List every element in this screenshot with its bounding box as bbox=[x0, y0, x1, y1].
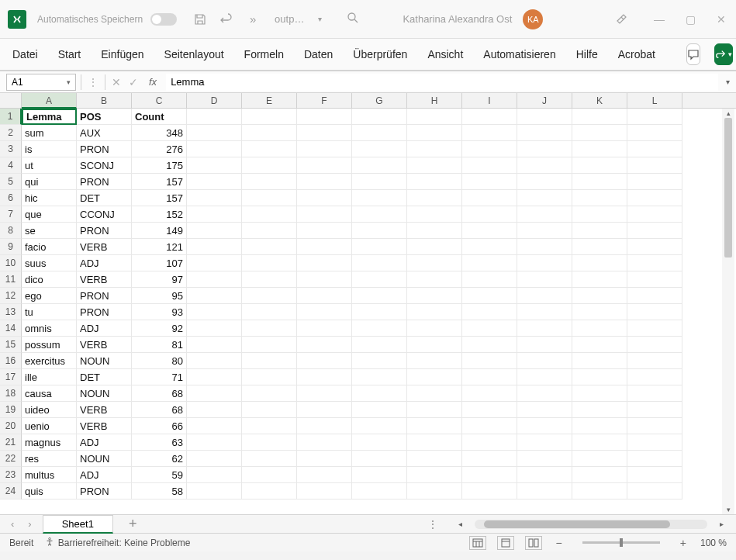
empty-cell[interactable] bbox=[352, 125, 407, 141]
empty-cell[interactable] bbox=[462, 337, 517, 353]
empty-cell[interactable] bbox=[187, 402, 242, 418]
tab-ansicht[interactable]: Ansicht bbox=[424, 43, 466, 65]
empty-cell[interactable] bbox=[242, 109, 297, 125]
empty-cell[interactable] bbox=[242, 467, 297, 483]
empty-cell[interactable] bbox=[297, 125, 352, 141]
empty-cell[interactable] bbox=[407, 353, 462, 369]
empty-cell[interactable] bbox=[517, 369, 572, 385]
empty-cell[interactable] bbox=[352, 369, 407, 385]
row-header[interactable]: 5 bbox=[0, 174, 22, 190]
empty-cell[interactable] bbox=[572, 288, 627, 304]
cell-count[interactable]: 66 bbox=[132, 418, 187, 434]
save-icon[interactable] bbox=[192, 12, 208, 27]
empty-cell[interactable] bbox=[407, 385, 462, 402]
cell-count[interactable]: 68 bbox=[132, 402, 187, 418]
row-header[interactable]: 12 bbox=[0, 288, 22, 304]
cell-count[interactable]: 58 bbox=[132, 483, 187, 500]
row-header[interactable]: 2 bbox=[0, 125, 22, 141]
empty-cell[interactable] bbox=[297, 109, 352, 125]
expand-formula-icon[interactable]: ▾ bbox=[726, 78, 730, 86]
empty-cell[interactable] bbox=[352, 402, 407, 418]
empty-cell[interactable] bbox=[297, 190, 352, 206]
empty-cell[interactable] bbox=[352, 385, 407, 402]
scroll-down-icon[interactable]: ▾ bbox=[722, 505, 734, 514]
empty-cell[interactable] bbox=[352, 141, 407, 157]
empty-cell[interactable] bbox=[407, 304, 462, 320]
cell-count[interactable]: 63 bbox=[132, 434, 187, 451]
empty-cell[interactable] bbox=[627, 174, 682, 190]
autosave-toggle[interactable] bbox=[150, 13, 177, 26]
empty-cell[interactable] bbox=[187, 483, 242, 500]
empty-cell[interactable] bbox=[517, 434, 572, 451]
empty-cell[interactable] bbox=[242, 157, 297, 174]
empty-cell[interactable] bbox=[242, 418, 297, 434]
search-icon[interactable] bbox=[347, 12, 359, 27]
cell-lemma[interactable]: ego bbox=[22, 288, 77, 304]
cell-lemma[interactable]: dico bbox=[22, 271, 77, 288]
empty-cell[interactable] bbox=[627, 304, 682, 320]
cell-pos[interactable]: DET bbox=[77, 369, 132, 385]
row-header[interactable]: 21 bbox=[0, 434, 22, 451]
empty-cell[interactable] bbox=[462, 190, 517, 206]
col-header-L[interactable]: L bbox=[627, 93, 682, 109]
close-button[interactable]: ✕ bbox=[714, 13, 728, 26]
empty-cell[interactable] bbox=[242, 271, 297, 288]
tab-automatisieren[interactable]: Automatisieren bbox=[480, 43, 558, 65]
empty-cell[interactable] bbox=[517, 255, 572, 271]
share-button[interactable]: ▾ bbox=[714, 43, 733, 65]
tab-hilfe[interactable]: Hilfe bbox=[573, 43, 601, 65]
empty-cell[interactable] bbox=[187, 451, 242, 467]
empty-cell[interactable] bbox=[352, 157, 407, 174]
cell-C1[interactable]: Count bbox=[132, 109, 187, 125]
empty-cell[interactable] bbox=[572, 109, 627, 125]
cell-lemma[interactable]: multus bbox=[22, 467, 77, 483]
cell-pos[interactable]: PRON bbox=[77, 304, 132, 320]
empty-cell[interactable] bbox=[242, 402, 297, 418]
cell-count[interactable]: 107 bbox=[132, 255, 187, 271]
empty-cell[interactable] bbox=[572, 320, 627, 337]
empty-cell[interactable] bbox=[297, 255, 352, 271]
normal-view-button[interactable] bbox=[469, 536, 486, 550]
empty-cell[interactable] bbox=[517, 304, 572, 320]
cell-count[interactable]: 175 bbox=[132, 157, 187, 174]
tab-formeln[interactable]: Formeln bbox=[241, 43, 287, 65]
empty-cell[interactable] bbox=[297, 304, 352, 320]
empty-cell[interactable] bbox=[242, 255, 297, 271]
empty-cell[interactable] bbox=[407, 402, 462, 418]
empty-cell[interactable] bbox=[297, 141, 352, 157]
empty-cell[interactable] bbox=[572, 467, 627, 483]
row-header[interactable]: 13 bbox=[0, 304, 22, 320]
sheet-menu-icon[interactable]: ⋮ bbox=[420, 518, 446, 531]
empty-cell[interactable] bbox=[572, 483, 627, 500]
empty-cell[interactable] bbox=[627, 190, 682, 206]
minimize-button[interactable]: — bbox=[652, 13, 666, 26]
empty-cell[interactable] bbox=[242, 337, 297, 353]
empty-cell[interactable] bbox=[517, 174, 572, 190]
col-header-D[interactable]: D bbox=[187, 93, 242, 109]
row-header[interactable]: 1 bbox=[0, 109, 22, 125]
empty-cell[interactable] bbox=[462, 304, 517, 320]
cell-count[interactable]: 71 bbox=[132, 369, 187, 385]
empty-cell[interactable] bbox=[572, 434, 627, 451]
empty-cell[interactable] bbox=[462, 174, 517, 190]
empty-cell[interactable] bbox=[297, 223, 352, 239]
cell-lemma[interactable]: ille bbox=[22, 369, 77, 385]
empty-cell[interactable] bbox=[407, 141, 462, 157]
cell-lemma[interactable]: hic bbox=[22, 190, 77, 206]
empty-cell[interactable] bbox=[627, 385, 682, 402]
empty-cell[interactable] bbox=[407, 255, 462, 271]
empty-cell[interactable] bbox=[352, 239, 407, 255]
empty-cell[interactable] bbox=[242, 320, 297, 337]
cell-lemma[interactable]: exercitus bbox=[22, 353, 77, 369]
empty-cell[interactable] bbox=[572, 385, 627, 402]
vertical-scrollbar[interactable]: ▴ ▾ bbox=[722, 109, 734, 514]
empty-cell[interactable] bbox=[407, 174, 462, 190]
empty-cell[interactable] bbox=[572, 239, 627, 255]
empty-cell[interactable] bbox=[462, 320, 517, 337]
cell-lemma[interactable]: possum bbox=[22, 337, 77, 353]
empty-cell[interactable] bbox=[187, 223, 242, 239]
empty-cell[interactable] bbox=[352, 467, 407, 483]
empty-cell[interactable] bbox=[572, 223, 627, 239]
row-header[interactable]: 23 bbox=[0, 467, 22, 483]
empty-cell[interactable] bbox=[242, 141, 297, 157]
